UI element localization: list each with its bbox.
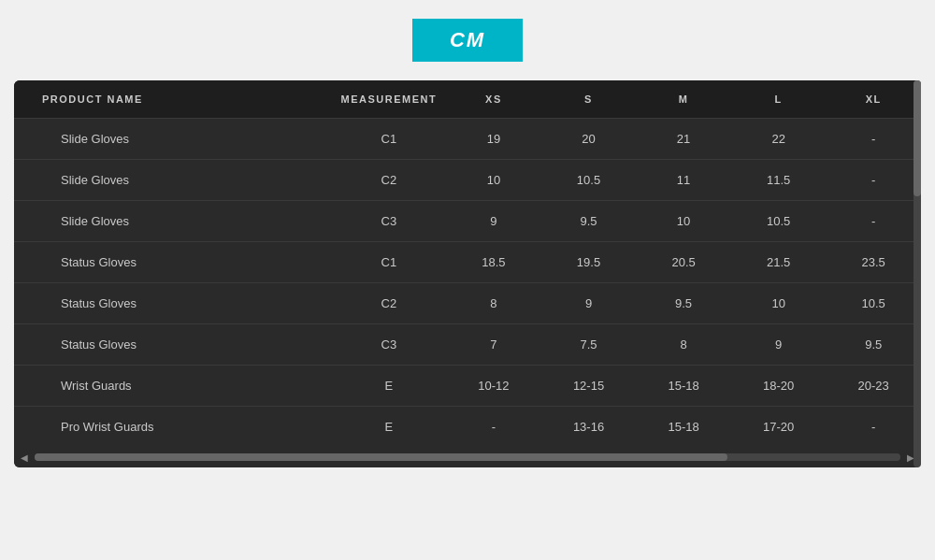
cell-6-product_name: Wrist Guards	[14, 366, 332, 407]
col-header-xs: XS	[446, 80, 541, 119]
cell-1-l: 11.5	[731, 160, 827, 201]
cell-3-m: 20.5	[636, 242, 731, 283]
cell-7-product_name: Pro Wrist Guards	[14, 407, 332, 448]
col-header-measurement: MEASUREMENT	[332, 80, 447, 119]
cell-0-measurement: C1	[332, 119, 447, 160]
cell-4-xs: 8	[446, 283, 541, 324]
cell-4-product_name: Status Gloves	[14, 283, 332, 324]
cell-6-measurement: E	[332, 366, 447, 407]
cell-6-m: 15-18	[636, 366, 731, 407]
cell-6-xs: 10-12	[446, 366, 541, 407]
table-row: Pro Wrist GuardsE-13-1615-1817-20-	[14, 407, 921, 448]
vertical-scrollbar[interactable]	[913, 80, 921, 467]
horizontal-scrollbar[interactable]: ◀ ▶	[14, 447, 921, 467]
cell-5-xs: 7	[446, 324, 541, 366]
cell-0-xs: 19	[446, 119, 541, 160]
cell-5-l: 9	[731, 324, 827, 366]
col-header-product-name: PRODUCT NAME	[14, 80, 332, 119]
cell-0-l: 22	[731, 119, 827, 160]
scroll-left-arrow[interactable]: ◀	[18, 451, 31, 464]
cell-6-xl: 20-23	[826, 366, 921, 407]
scroll-thumb-horizontal[interactable]	[35, 453, 727, 461]
cm-label: CM	[450, 28, 485, 51]
table-row: Slide GlovesC119202122-	[14, 119, 921, 160]
cell-1-xl: -	[826, 160, 921, 201]
cell-0-xl: -	[826, 119, 921, 160]
cell-2-measurement: C3	[332, 201, 447, 242]
table-wrapper: PRODUCT NAME MEASUREMENT XS S M L XL Sli…	[14, 80, 921, 467]
table-row: Slide GlovesC399.51010.5-	[14, 201, 921, 242]
cell-7-s: 13-16	[541, 407, 637, 448]
table-row: Wrist GuardsE10-1212-1515-1818-2020-23	[14, 366, 921, 407]
table-row: Status GlovesC2899.51010.5	[14, 283, 921, 324]
cell-5-xl: 9.5	[826, 324, 921, 366]
cell-7-m: 15-18	[636, 407, 731, 448]
table-row: Status GlovesC118.519.520.521.523.5	[14, 242, 921, 283]
cell-4-xl: 10.5	[826, 283, 921, 324]
cell-1-m: 11	[636, 160, 731, 201]
cell-0-m: 21	[636, 119, 731, 160]
size-table-container: PRODUCT NAME MEASUREMENT XS S M L XL Sli…	[14, 80, 921, 467]
cell-5-measurement: C3	[332, 324, 447, 366]
col-header-s: S	[541, 80, 637, 119]
col-header-m: M	[636, 80, 731, 119]
cell-4-measurement: C2	[332, 283, 447, 324]
cell-0-s: 20	[541, 119, 637, 160]
cell-3-product_name: Status Gloves	[14, 242, 332, 283]
table-row: Slide GlovesC21010.51111.5-	[14, 160, 921, 201]
table-header-row: PRODUCT NAME MEASUREMENT XS S M L XL	[14, 80, 921, 119]
size-table: PRODUCT NAME MEASUREMENT XS S M L XL Sli…	[14, 80, 921, 447]
table-row: Status GlovesC377.5899.5	[14, 324, 921, 366]
cell-1-s: 10.5	[541, 160, 637, 201]
cell-6-l: 18-20	[731, 366, 827, 407]
col-header-l: L	[731, 80, 827, 119]
scroll-thumb-vertical[interactable]	[913, 80, 921, 196]
cell-5-s: 7.5	[541, 324, 637, 366]
cell-1-measurement: C2	[332, 160, 447, 201]
cell-3-s: 19.5	[541, 242, 637, 283]
cell-2-xs: 9	[446, 201, 541, 242]
cell-7-measurement: E	[332, 407, 447, 448]
cell-0-product_name: Slide Gloves	[14, 119, 332, 160]
cell-4-s: 9	[541, 283, 637, 324]
cm-badge: CM	[412, 19, 523, 62]
cell-1-product_name: Slide Gloves	[14, 160, 332, 201]
cell-3-xl: 23.5	[826, 242, 921, 283]
cell-2-m: 10	[636, 201, 731, 242]
col-header-xl: XL	[826, 80, 921, 119]
cell-3-xs: 18.5	[446, 242, 541, 283]
cell-7-xl: -	[826, 407, 921, 448]
cell-7-xs: -	[446, 407, 541, 448]
cell-4-m: 9.5	[636, 283, 731, 324]
cell-2-l: 10.5	[731, 201, 827, 242]
cell-1-xs: 10	[446, 160, 541, 201]
cell-5-product_name: Status Gloves	[14, 324, 332, 366]
cell-2-xl: -	[826, 201, 921, 242]
cell-2-product_name: Slide Gloves	[14, 201, 332, 242]
cell-5-m: 8	[636, 324, 731, 366]
cell-3-measurement: C1	[332, 242, 447, 283]
cell-2-s: 9.5	[541, 201, 637, 242]
cell-6-s: 12-15	[541, 366, 637, 407]
cell-3-l: 21.5	[731, 242, 827, 283]
cell-4-l: 10	[731, 283, 827, 324]
cell-7-l: 17-20	[731, 407, 827, 448]
scroll-track-horizontal[interactable]	[35, 453, 900, 461]
